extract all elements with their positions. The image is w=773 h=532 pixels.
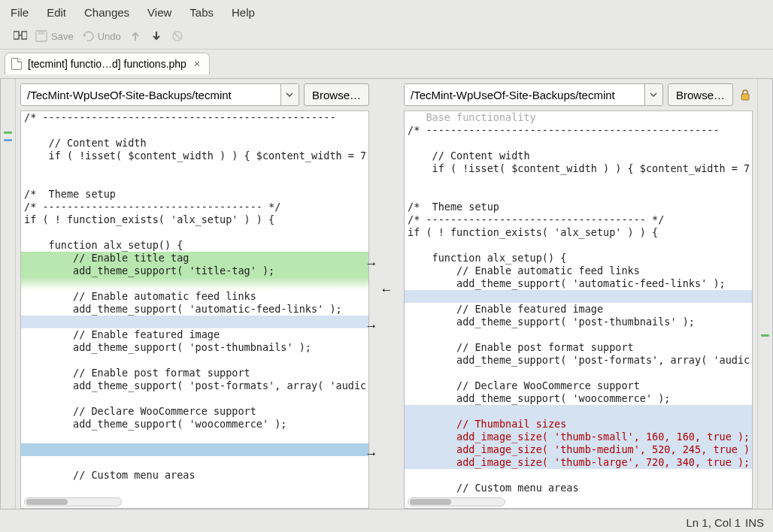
next-change-icon[interactable] [150, 29, 163, 43]
code-line[interactable]: // Enable featured image [405, 303, 752, 316]
code-line[interactable]: // Enable featured image [21, 328, 368, 341]
code-line[interactable]: /* -------------------------------------… [405, 124, 752, 137]
undo-button: Undo [81, 29, 121, 43]
menu-view[interactable]: View [140, 3, 179, 22]
code-line[interactable] [21, 175, 368, 188]
code-line[interactable]: // Enable automatic feed links [405, 264, 752, 277]
code-line[interactable]: if ( ! function_exists( 'alx_setup' ) ) … [405, 226, 752, 239]
menu-tabs[interactable]: Tabs [182, 3, 221, 22]
right-path-input[interactable] [405, 84, 644, 105]
code-line[interactable]: add_theme_support( 'post-thumbnails' ); [21, 341, 368, 354]
code-line[interactable]: add_theme_support( 'post-thumbnails' ); [405, 316, 752, 328]
code-line[interactable]: add_theme_support( 'automatic-feed-links… [21, 303, 368, 316]
file-tab[interactable]: [tecmint] functio…d] functions.php × [5, 53, 210, 74]
code-line[interactable]: add_theme_support( 'automatic-feed-links… [405, 277, 752, 290]
code-line[interactable] [21, 456, 368, 469]
diff-gutter: → ← → → [374, 79, 399, 509]
menubar: File Edit Changes View Tabs Help [0, 0, 773, 25]
code-line[interactable]: // Content width [405, 150, 752, 162]
left-browse-button[interactable]: Browse… [304, 83, 369, 106]
code-line[interactable]: Base functionality [405, 111, 752, 124]
code-line[interactable]: // Enable automatic feed links [21, 290, 368, 303]
left-hscroll[interactable] [24, 497, 122, 506]
left-editor[interactable]: /* -------------------------------------… [20, 110, 369, 509]
left-overview-ruler[interactable] [1, 79, 16, 509]
right-browse-button[interactable]: Browse… [668, 83, 733, 106]
code-line[interactable]: // Custom menu areas [21, 469, 368, 482]
code-line[interactable]: add_theme_support( 'woocommerce' ); [405, 392, 752, 405]
close-icon[interactable]: × [192, 58, 202, 70]
code-line[interactable]: add_image_size( 'thumb-medium', 520, 245… [405, 443, 752, 456]
push-left-icon[interactable]: ← [380, 283, 393, 297]
left-path-dropdown[interactable] [280, 84, 299, 105]
code-line[interactable]: if ( !isset( $content_width ) ) { $conte… [405, 162, 752, 175]
code-line[interactable] [405, 188, 752, 201]
code-line[interactable]: add_image_size( 'thumb-large', 720, 340,… [405, 456, 752, 469]
code-line[interactable]: // Declare WooCommerce support [405, 379, 752, 392]
code-line[interactable]: function alx_setup() { [21, 239, 368, 252]
code-line[interactable]: // Enable post format support [21, 367, 368, 379]
code-line[interactable] [405, 239, 752, 252]
undo-label: Undo [98, 31, 121, 42]
code-line[interactable] [21, 354, 368, 367]
code-line[interactable] [405, 367, 752, 379]
code-line[interactable] [21, 124, 368, 137]
code-line[interactable]: // Enable title tag [21, 252, 368, 264]
code-line[interactable]: add_image_size( 'thumb-small', 160, 160,… [405, 431, 752, 443]
right-hscroll[interactable] [408, 497, 505, 506]
code-line[interactable]: add_theme_support( 'title-tag' ); [21, 264, 368, 277]
code-line[interactable]: /* ------------------------------------ … [21, 201, 368, 213]
code-line[interactable]: // Custom menu areas [405, 482, 752, 494]
code-line[interactable] [21, 443, 368, 456]
code-line[interactable] [21, 316, 368, 328]
code-line[interactable]: // Content width [21, 137, 368, 150]
code-line[interactable]: /* ------------------------------------ … [405, 213, 752, 226]
menu-changes[interactable]: Changes [77, 3, 137, 22]
code-line[interactable]: function alx_setup() { [405, 252, 752, 264]
stop-icon [171, 29, 184, 43]
right-path-dropdown[interactable] [644, 84, 662, 105]
push-right-icon[interactable]: → [365, 319, 378, 333]
code-line[interactable]: /* -------------------------------------… [21, 111, 368, 124]
lock-icon[interactable] [738, 83, 753, 106]
compare-icon[interactable] [14, 29, 27, 43]
code-line[interactable] [405, 137, 752, 150]
right-editor[interactable]: Base functionality/* -------------------… [404, 110, 753, 509]
overview-mark-add [761, 334, 769, 337]
tabbar: [tecmint] functio…d] functions.php × [0, 50, 773, 74]
push-right-icon[interactable]: → [365, 447, 378, 461]
code-line[interactable]: /* Theme setup [405, 201, 752, 213]
code-line[interactable]: add_theme_support( 'post-formats', array… [21, 379, 368, 392]
right-path-field[interactable] [404, 83, 663, 106]
code-line[interactable]: // Declare WooCommerce support [21, 405, 368, 418]
document-icon [11, 58, 22, 70]
code-line[interactable] [405, 405, 752, 418]
code-line[interactable]: add_theme_support( 'woocommerce' ); [21, 418, 368, 431]
code-line[interactable] [21, 277, 368, 290]
code-line[interactable]: if ( !isset( $content_width ) ) { $conte… [21, 150, 368, 162]
code-line[interactable] [405, 469, 752, 482]
overview-mark-change [4, 139, 12, 141]
code-line[interactable] [405, 290, 752, 303]
code-line[interactable]: // Thumbnail sizes [405, 418, 752, 431]
code-line[interactable] [21, 392, 368, 405]
code-line[interactable] [21, 226, 368, 239]
left-pane: Browse… /* -----------------------------… [16, 79, 374, 509]
left-path-input[interactable] [21, 84, 280, 105]
save-button: Save [35, 29, 74, 43]
code-line[interactable]: // Enable post format support [405, 341, 752, 354]
code-line[interactable] [21, 162, 368, 175]
code-line[interactable] [21, 431, 368, 443]
push-right-icon[interactable]: → [365, 257, 378, 271]
menu-edit[interactable]: Edit [39, 3, 74, 22]
code-line[interactable]: if ( ! function_exists( 'alx_setup' ) ) … [21, 213, 368, 226]
right-pane: Browse… Base functionality/* -----------… [399, 79, 757, 509]
left-path-field[interactable] [20, 83, 299, 106]
menu-file[interactable]: File [3, 3, 36, 22]
menu-help[interactable]: Help [224, 3, 262, 22]
right-overview-ruler[interactable] [757, 79, 772, 509]
code-line[interactable] [405, 175, 752, 188]
code-line[interactable]: add_theme_support( 'post-formats', array… [405, 354, 752, 367]
code-line[interactable] [405, 328, 752, 341]
code-line[interactable]: /* Theme setup [21, 188, 368, 201]
